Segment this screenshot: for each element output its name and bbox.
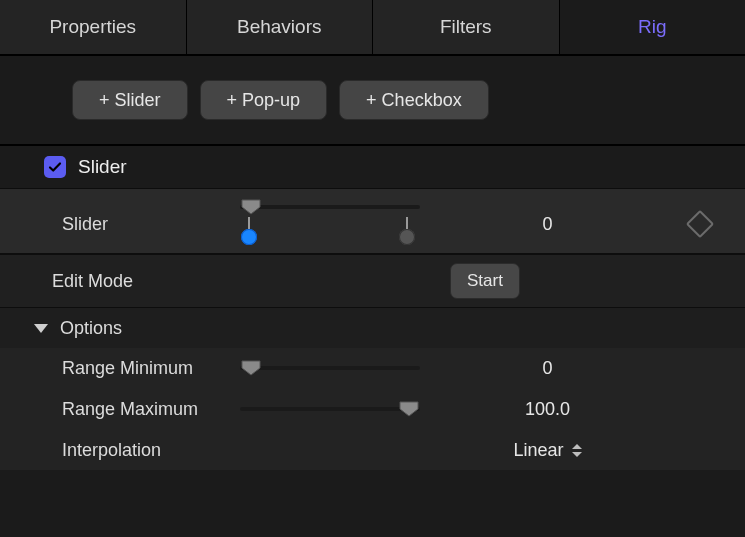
options-label: Options — [60, 318, 122, 339]
popup-arrows-icon — [572, 444, 582, 457]
range-min-label: Range Minimum — [0, 358, 240, 379]
tab-filters[interactable]: Filters — [373, 0, 560, 54]
range-min-row: Range Minimum 0 — [0, 348, 745, 388]
checkmark-icon — [47, 159, 63, 175]
interpolation-popup[interactable]: Linear — [513, 440, 581, 461]
slider-track — [240, 366, 420, 370]
range-max-slider[interactable] — [240, 399, 420, 419]
keyframe-diamond-icon[interactable] — [686, 210, 714, 238]
tab-filters-label: Filters — [440, 16, 492, 38]
range-max-value[interactable]: 100.0 — [440, 399, 655, 420]
interpolation-label: Interpolation — [0, 440, 240, 461]
inspector-rig-panel: Properties Behaviors Filters Rig + Slide… — [0, 0, 745, 537]
slider-thumb-icon — [399, 401, 419, 417]
slider-label: Slider — [0, 214, 240, 235]
edit-mode-row: Edit Mode Start — [0, 254, 745, 307]
range-max-slider-cell — [240, 399, 440, 419]
slider-thumb[interactable] — [241, 199, 261, 215]
range-min-value[interactable]: 0 — [440, 358, 655, 379]
add-widget-row: + Slider + Pop-up + Checkbox — [0, 56, 745, 146]
edit-mode-label: Edit Mode — [0, 271, 450, 292]
slider-control-cell — [240, 197, 440, 251]
add-popup-button[interactable]: + Pop-up — [200, 80, 328, 120]
slider-value-row: Slider — [0, 189, 745, 253]
edit-mode-start-label: Start — [467, 271, 503, 291]
interpolation-value: Linear — [513, 440, 563, 461]
range-max-thumb[interactable] — [399, 401, 419, 417]
range-min-slider-cell — [240, 358, 440, 378]
slider-enable-checkbox[interactable] — [44, 156, 66, 178]
range-min-thumb[interactable] — [241, 360, 261, 376]
add-checkbox-button[interactable]: + Checkbox — [339, 80, 489, 120]
tab-behaviors[interactable]: Behaviors — [187, 0, 374, 54]
edit-mode-start-button[interactable]: Start — [450, 263, 520, 299]
interpolation-row: Interpolation Linear — [0, 429, 745, 470]
slider-section-title: Slider — [78, 156, 127, 178]
range-max-row: Range Maximum 100.0 — [0, 388, 745, 429]
handle-ball-inactive — [399, 229, 415, 245]
snapshot-handle-end[interactable] — [398, 217, 416, 245]
tab-behaviors-label: Behaviors — [237, 16, 322, 38]
options-header[interactable]: Options — [0, 307, 745, 348]
add-slider-label: + Slider — [99, 90, 161, 111]
disclosure-triangle-icon — [34, 324, 48, 333]
slider-snapshot-handles — [240, 217, 420, 251]
add-popup-label: + Pop-up — [227, 90, 301, 111]
slider-keyframe-cell — [655, 214, 745, 234]
slider-track — [240, 205, 420, 209]
tab-rig[interactable]: Rig — [560, 0, 746, 54]
slider-value[interactable]: 0 — [440, 214, 655, 235]
snapshot-handle-start[interactable] — [240, 217, 258, 245]
slider-thumb-icon — [241, 199, 261, 215]
slider-control[interactable] — [240, 197, 420, 217]
tab-properties-label: Properties — [49, 16, 136, 38]
slider-thumb-icon — [241, 360, 261, 376]
tab-bar: Properties Behaviors Filters Rig — [0, 0, 745, 54]
handle-ball-active — [241, 229, 257, 245]
tab-rig-label: Rig — [638, 16, 667, 38]
range-min-slider[interactable] — [240, 358, 420, 378]
range-max-label: Range Maximum — [0, 399, 240, 420]
slider-parameter-group: Slider — [0, 188, 745, 254]
slider-track — [240, 407, 420, 411]
add-slider-button[interactable]: + Slider — [72, 80, 188, 120]
slider-section-header: Slider — [0, 146, 745, 188]
tab-properties[interactable]: Properties — [0, 0, 187, 54]
add-checkbox-label: + Checkbox — [366, 90, 462, 111]
